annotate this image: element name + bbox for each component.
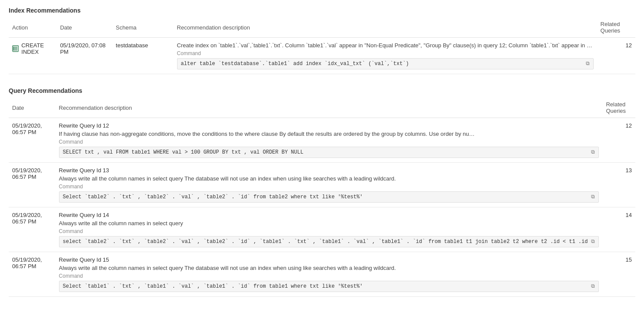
copy-icon[interactable]: ⧉ xyxy=(591,283,595,289)
index-table-row: CREATE INDEX 05/19/2020, 07:08 PMtestdat… xyxy=(9,38,635,74)
query-command-box: Select `table2` . `txt` , `table2` . `va… xyxy=(59,191,599,203)
index-related-cell: 12 xyxy=(597,38,635,74)
index-action-cell: CREATE INDEX xyxy=(9,38,56,74)
index-rec-description: Create index on `table1`.`val`,`table1`.… xyxy=(177,42,594,49)
query-date-cell: 05/19/2020, 06:57 PM xyxy=(9,207,56,252)
query-description-cell: Rewrite Query Id 14 Always write all the… xyxy=(56,207,603,252)
index-command-label: Command xyxy=(177,50,594,56)
query-table-row: 05/19/2020, 06:57 PM Rewrite Query Id 12… xyxy=(9,118,635,163)
query-command-box: select `table2` . `txt` , `table2` . `va… xyxy=(59,236,599,247)
query-date-cell: 05/19/2020, 06:57 PM xyxy=(9,252,56,297)
query-command-text: Select `table1` . `txt` , `table1` . `va… xyxy=(63,283,588,289)
query-command-text: select `table2` . `txt` , `table2` . `va… xyxy=(63,239,588,245)
query-rec-description: Always write all the column names in sel… xyxy=(59,175,476,182)
query-rec-title: Rewrite Query Id 13 xyxy=(59,167,599,174)
query-command-box: SELECT txt , val FROM table1 WHERE val >… xyxy=(59,147,599,158)
index-col-description: Recommendation description xyxy=(174,18,597,38)
index-col-action: Action xyxy=(9,18,56,38)
index-recommendations-section: Index Recommendations Action Date Schema… xyxy=(9,7,635,74)
create-index-icon xyxy=(12,44,19,53)
query-description-cell: Rewrite Query Id 12 If having clause has… xyxy=(56,118,603,163)
index-col-related: Related Queries xyxy=(597,18,635,38)
query-recommendations-section: Query Recommendations Date Recommendatio… xyxy=(9,87,635,297)
query-command-label: Command xyxy=(59,139,599,145)
query-command-label: Command xyxy=(59,273,599,279)
query-col-date: Date xyxy=(9,99,56,118)
copy-icon[interactable]: ⧉ xyxy=(591,194,595,200)
copy-icon[interactable]: ⧉ xyxy=(591,149,595,155)
index-section-title: Index Recommendations xyxy=(9,7,635,14)
query-related-cell: 12 xyxy=(602,118,635,163)
index-command-box: alter table `testdatabase`.`table1` add … xyxy=(177,58,594,69)
query-related-cell: 13 xyxy=(602,163,635,207)
query-table-row: 05/19/2020, 06:57 PM Rewrite Query Id 14… xyxy=(9,207,635,252)
query-rec-title: Rewrite Query Id 14 xyxy=(59,212,599,218)
index-col-date: Date xyxy=(56,18,112,38)
query-col-description: Recommendation description xyxy=(56,99,603,118)
query-command-label: Command xyxy=(59,228,599,234)
index-description-cell: Create index on `table1`.`val`,`table1`.… xyxy=(174,38,597,74)
query-command-label: Command xyxy=(59,184,599,190)
query-col-related: Related Queries xyxy=(602,99,635,118)
copy-icon[interactable]: ⧉ xyxy=(591,239,595,245)
query-section-title: Query Recommendations xyxy=(9,87,635,94)
query-related-cell: 14 xyxy=(602,207,635,252)
query-table: Date Recommendation description Related … xyxy=(9,99,635,297)
query-date-cell: 05/19/2020, 06:57 PM xyxy=(9,163,56,207)
query-rec-title: Rewrite Query Id 12 xyxy=(59,122,599,129)
query-description-cell: Rewrite Query Id 13 Always write all the… xyxy=(56,163,603,207)
query-command-box: Select `table1` . `txt` , `table1` . `va… xyxy=(59,281,599,292)
query-table-row: 05/19/2020, 06:57 PM Rewrite Query Id 13… xyxy=(9,163,635,207)
query-description-cell: Rewrite Query Id 15 Always write all the… xyxy=(56,252,603,297)
action-label: CREATE INDEX xyxy=(21,42,53,55)
index-col-schema: Schema xyxy=(112,18,174,38)
copy-icon[interactable]: ⧉ xyxy=(586,61,590,67)
query-related-cell: 15 xyxy=(602,252,635,297)
query-date-cell: 05/19/2020, 06:57 PM xyxy=(9,118,56,163)
index-table: Action Date Schema Recommendation descri… xyxy=(9,18,635,74)
query-table-row: 05/19/2020, 06:57 PM Rewrite Query Id 15… xyxy=(9,252,635,297)
query-rec-description: Always write all the column names in sel… xyxy=(59,220,476,227)
index-command-text: alter table `testdatabase`.`table1` add … xyxy=(181,61,582,67)
query-rec-description: Always write all the column names in sel… xyxy=(59,265,476,271)
query-command-text: Select `table2` . `txt` , `table2` . `va… xyxy=(63,194,588,200)
index-date-cell: 05/19/2020, 07:08 PM xyxy=(56,38,112,74)
index-schema-cell: testdatabase xyxy=(112,38,174,74)
query-rec-description: If having clause has non-aggregate condi… xyxy=(59,131,476,137)
query-rec-title: Rewrite Query Id 15 xyxy=(59,256,599,263)
query-command-text: SELECT txt , val FROM table1 WHERE val >… xyxy=(63,149,588,155)
